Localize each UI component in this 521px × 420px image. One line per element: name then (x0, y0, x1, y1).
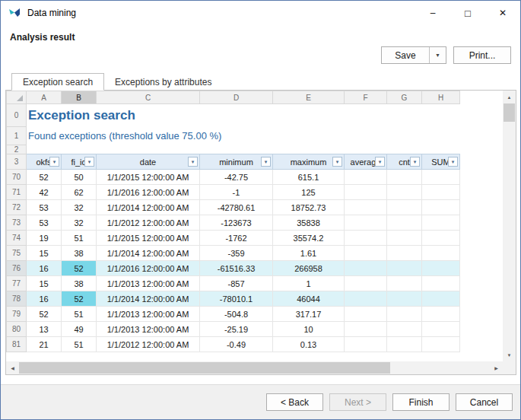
cell-72-H[interactable] (422, 200, 460, 215)
cell-74-H[interactable] (422, 231, 460, 246)
field-header-SUM[interactable]: SUM▾ (422, 154, 460, 170)
cell-71-A[interactable]: 42 (27, 185, 62, 200)
cell-70-H[interactable] (422, 170, 460, 185)
cell-75-H[interactable] (422, 246, 460, 261)
column-header-C[interactable]: C (97, 91, 200, 104)
select-all-corner[interactable] (7, 91, 27, 104)
cell-74-A[interactable]: 19 (27, 231, 62, 246)
column-header-D[interactable]: D (200, 91, 273, 104)
cell-78-A[interactable]: 16 (27, 291, 62, 307)
cell-76-F[interactable] (345, 261, 387, 276)
cell-79-D[interactable]: -504.8 (200, 307, 273, 322)
cell-71-F[interactable] (345, 185, 387, 200)
cell-79-H[interactable] (422, 307, 460, 322)
cell-79-F[interactable] (345, 307, 387, 322)
cell-81-E[interactable]: 0.13 (273, 337, 345, 352)
scroll-down-icon[interactable]: ▼ (503, 348, 516, 361)
cell-80-A[interactable]: 13 (27, 322, 62, 337)
column-header-A[interactable]: A (27, 91, 62, 104)
cell-79-G[interactable] (387, 307, 422, 322)
titlebar[interactable]: Data mining – □ ✕ (1, 1, 520, 25)
cell-75-E[interactable]: 1.61 (273, 246, 345, 261)
tab-exception-search[interactable]: Exception search (11, 73, 104, 91)
row-header-77[interactable]: 77 (7, 276, 27, 291)
cell-71-C[interactable]: 1/1/2016 12:00:00 AM (97, 185, 200, 200)
cell-70-D[interactable]: -42.75 (200, 170, 273, 185)
column-header-H[interactable]: H (422, 91, 460, 104)
print-button[interactable]: Print... (453, 46, 511, 64)
minimize-button[interactable]: – (415, 1, 450, 25)
row-header-75[interactable]: 75 (7, 246, 27, 261)
cell-77-F[interactable] (345, 276, 387, 291)
maximize-button[interactable]: □ (450, 1, 485, 25)
field-header-okfs[interactable]: okfs▾ (27, 154, 62, 170)
cell-77-A[interactable]: 15 (27, 276, 62, 291)
row-header-78[interactable]: 78 (7, 291, 27, 307)
cell-80-G[interactable] (387, 322, 422, 337)
cell-77-B[interactable]: 38 (62, 276, 97, 291)
cell-73-D[interactable]: -123673 (200, 215, 273, 231)
cell-81-G[interactable] (387, 337, 422, 352)
vertical-scrollbar[interactable]: ▲ ▼ (503, 91, 516, 361)
cancel-button[interactable]: Cancel (456, 393, 513, 411)
close-button[interactable]: ✕ (485, 1, 520, 25)
empty-row[interactable] (27, 145, 460, 154)
cell-71-B[interactable]: 62 (62, 185, 97, 200)
cell-72-C[interactable]: 1/1/2014 12:00:00 AM (97, 200, 200, 215)
cell-78-C[interactable]: 1/1/2014 12:00:00 AM (97, 291, 200, 307)
next-button[interactable]: Next > (329, 393, 386, 411)
cell-80-B[interactable]: 49 (62, 322, 97, 337)
row-header-1[interactable]: 1 (7, 127, 27, 145)
sheet-title[interactable]: Exception search (27, 104, 460, 127)
cell-78-B[interactable]: 52 (62, 291, 97, 307)
cell-74-G[interactable] (387, 231, 422, 246)
cell-80-E[interactable]: 10 (273, 322, 345, 337)
cell-75-F[interactable] (345, 246, 387, 261)
save-button[interactable]: Save ▼ (381, 46, 446, 64)
cell-71-H[interactable] (422, 185, 460, 200)
filter-dropdown-icon[interactable]: ▾ (448, 157, 458, 167)
cell-70-B[interactable]: 50 (62, 170, 97, 185)
cell-80-C[interactable]: 1/1/2013 12:00:00 AM (97, 322, 200, 337)
cell-81-H[interactable] (422, 337, 460, 352)
field-header-fi_id[interactable]: fi_id▾ (62, 154, 97, 170)
row-header-2[interactable]: 2 (7, 145, 27, 154)
cell-81-D[interactable]: -0.49 (200, 337, 273, 352)
column-header-B[interactable]: B (62, 91, 97, 104)
scroll-left-icon[interactable]: ◀ (6, 361, 19, 374)
field-header-maximum[interactable]: maximum▾ (273, 154, 345, 170)
cell-79-A[interactable]: 52 (27, 307, 62, 322)
cell-78-D[interactable]: -78010.1 (200, 291, 273, 307)
scroll-up-icon[interactable]: ▲ (503, 91, 516, 103)
cell-75-A[interactable]: 15 (27, 246, 62, 261)
back-button[interactable]: < Back (266, 393, 323, 411)
finish-button[interactable]: Finish (392, 393, 450, 411)
column-header-E[interactable]: E (273, 91, 345, 104)
cell-72-A[interactable]: 53 (27, 200, 62, 215)
scroll-right-icon[interactable]: ▶ (490, 361, 503, 374)
cell-71-D[interactable]: -1 (200, 185, 273, 200)
row-header-72[interactable]: 72 (7, 200, 27, 215)
cell-78-G[interactable] (387, 291, 422, 307)
save-dropdown-icon[interactable]: ▼ (429, 47, 446, 63)
cell-73-B[interactable]: 32 (62, 215, 97, 231)
cell-76-D[interactable]: -61516.33 (200, 261, 273, 276)
tab-exceptions-by-attributes[interactable]: Exceptions by attributes (104, 73, 222, 91)
cell-75-C[interactable]: 1/1/2014 12:00:00 AM (97, 246, 200, 261)
cell-77-C[interactable]: 1/1/2013 12:00:00 AM (97, 276, 200, 291)
filter-dropdown-icon[interactable]: ▾ (261, 157, 271, 167)
cell-78-F[interactable] (345, 291, 387, 307)
row-header-81[interactable]: 81 (7, 337, 27, 352)
row-header-3[interactable]: 3 (7, 154, 27, 170)
cell-70-F[interactable] (345, 170, 387, 185)
row-header-0[interactable]: 0 (7, 104, 27, 127)
horizontal-scrollbar[interactable]: ◀ ▶ (6, 361, 503, 374)
cell-76-E[interactable]: 266958 (273, 261, 345, 276)
cell-78-H[interactable] (422, 291, 460, 307)
row-header-79[interactable]: 79 (7, 307, 27, 322)
cell-79-B[interactable]: 51 (62, 307, 97, 322)
cell-79-C[interactable]: 1/1/2013 12:00:00 AM (97, 307, 200, 322)
filter-dropdown-icon[interactable]: ▾ (84, 157, 94, 167)
cell-70-C[interactable]: 1/1/2015 12:00:00 AM (97, 170, 200, 185)
row-header-76[interactable]: 76 (7, 261, 27, 276)
